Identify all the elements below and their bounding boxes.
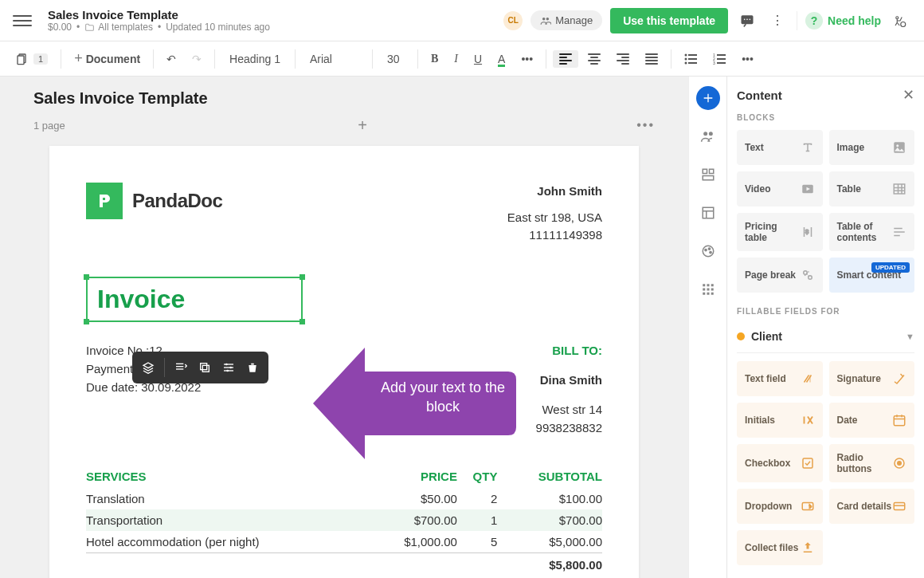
menu-icon[interactable]	[13, 11, 32, 30]
design-icon[interactable]	[696, 239, 720, 263]
manage-button[interactable]: Manage	[531, 10, 602, 30]
svg-rect-39	[703, 207, 714, 218]
table-row: Translation$50.002$100.00	[86, 488, 602, 509]
svg-rect-24	[176, 366, 183, 367]
use-template-button[interactable]: Use this template	[610, 8, 728, 33]
more-icon[interactable]: ⋮	[766, 10, 789, 32]
client-phone: 9938238832	[536, 419, 602, 437]
add-page-button[interactable]: +	[353, 116, 372, 135]
client-address: West str 14	[536, 400, 602, 419]
svg-point-32	[229, 367, 232, 369]
more-text-button[interactable]: •••	[515, 49, 539, 69]
layout-icon[interactable]	[696, 201, 720, 225]
insert-before-icon[interactable]	[170, 356, 192, 379]
breadcrumb[interactable]: All templates	[84, 22, 153, 33]
text-color-button[interactable]: A	[491, 49, 511, 69]
brand-logo: PandaDoc	[86, 183, 222, 219]
field-initials[interactable]: Initials	[737, 403, 823, 438]
block-page-break[interactable]: Page break	[737, 258, 823, 293]
help-button[interactable]: ? Need help	[805, 12, 881, 29]
page-more-button[interactable]: •••	[636, 118, 655, 132]
close-icon[interactable]: ✕	[902, 86, 914, 104]
svg-point-33	[226, 370, 229, 372]
svg-rect-44	[703, 284, 705, 286]
invoice-text-block[interactable]: Invoice	[86, 277, 303, 322]
svg-rect-52	[711, 293, 713, 295]
undo-button[interactable]: ↶	[160, 49, 182, 69]
svg-rect-27	[202, 365, 209, 372]
heading-select[interactable]: Heading 1	[221, 49, 288, 69]
variables-icon[interactable]	[696, 163, 720, 187]
svg-rect-60	[894, 235, 900, 237]
page-title: Sales Invoice Template	[33, 89, 208, 108]
field-card-details[interactable]: Card details	[829, 489, 915, 524]
field-date[interactable]: Date	[829, 403, 915, 438]
delete-icon[interactable]	[241, 356, 264, 379]
field-signature[interactable]: Signature	[829, 361, 915, 396]
redo-button[interactable]: ↷	[186, 49, 208, 69]
svg-point-3	[744, 18, 746, 20]
svg-rect-59	[894, 231, 905, 233]
align-center-button[interactable]	[581, 50, 607, 68]
field-collect-files[interactable]: Collect files	[737, 530, 823, 565]
font-select[interactable]: Arial	[302, 49, 366, 69]
svg-rect-45	[707, 284, 709, 286]
services-table: SERVICES PRICE QTY SUBTOTAL Translation$…	[86, 465, 602, 576]
block-smart-content[interactable]: Smart contentUPDATED	[829, 258, 915, 293]
block-pricing-table[interactable]: Pricing table$	[737, 213, 823, 251]
underline-button[interactable]: U	[468, 49, 488, 69]
svg-point-12	[685, 57, 687, 60]
svg-point-6	[896, 16, 899, 18]
settings-icon[interactable]	[217, 356, 240, 379]
apps-icon[interactable]	[696, 277, 720, 301]
recipients-icon[interactable]	[696, 124, 720, 148]
svg-rect-37	[709, 169, 713, 173]
block-table[interactable]: Table	[829, 171, 915, 206]
pages-button[interactable]: 1	[10, 49, 54, 69]
field-text-field[interactable]: Text field	[737, 361, 823, 396]
svg-rect-56	[894, 184, 905, 194]
block-video[interactable]: Video	[737, 171, 823, 206]
block-image[interactable]: Image	[829, 130, 915, 165]
svg-point-31	[225, 364, 228, 366]
block-table-of-contents[interactable]: Table of contents	[829, 213, 915, 251]
svg-rect-17	[717, 54, 726, 56]
svg-text:$: $	[805, 228, 809, 235]
more-toolbar-button[interactable]: •••	[735, 49, 760, 69]
bullet-list-button[interactable]	[678, 50, 703, 68]
svg-point-1	[546, 17, 550, 20]
client-selector[interactable]: Client ▼	[737, 324, 914, 353]
svg-point-40	[703, 246, 714, 257]
price-label: $0.00	[48, 22, 72, 33]
svg-rect-58	[894, 228, 902, 230]
svg-rect-48	[707, 289, 709, 291]
layers-icon[interactable]	[137, 356, 159, 379]
svg-rect-38	[703, 176, 714, 180]
svg-rect-26	[201, 364, 207, 370]
svg-point-14	[685, 61, 687, 64]
blocks-section-label: BLOCKS	[737, 113, 914, 122]
bold-button[interactable]: B	[425, 49, 444, 69]
field-dropdown[interactable]: Dropdown	[737, 489, 823, 524]
font-size-select[interactable]: 30	[379, 49, 411, 69]
align-right-button[interactable]	[610, 50, 636, 68]
block-toolbar[interactable]	[132, 352, 268, 383]
svg-rect-64	[803, 458, 812, 468]
block-text[interactable]: Text	[737, 130, 823, 165]
italic-button[interactable]: I	[448, 49, 464, 69]
align-justify-button[interactable]	[639, 50, 664, 68]
add-document-button[interactable]: + Document	[68, 47, 147, 70]
field-checkbox[interactable]: Checkbox	[737, 444, 823, 482]
align-left-button[interactable]	[553, 50, 578, 68]
recipient-address: East str 198, USA	[507, 209, 602, 227]
accessibility-icon[interactable]	[889, 10, 911, 32]
duplicate-icon[interactable]	[194, 356, 216, 379]
avatar[interactable]: CL	[503, 11, 523, 30]
svg-point-42	[708, 248, 710, 250]
number-list-button[interactable]: 123	[707, 50, 732, 68]
tutorial-tooltip: Add your text to the block	[309, 348, 516, 459]
field-radio-buttons[interactable]: Radio buttons	[829, 444, 915, 482]
svg-point-66	[898, 462, 902, 466]
add-content-button[interactable]	[696, 86, 720, 110]
chat-icon[interactable]	[736, 10, 758, 32]
